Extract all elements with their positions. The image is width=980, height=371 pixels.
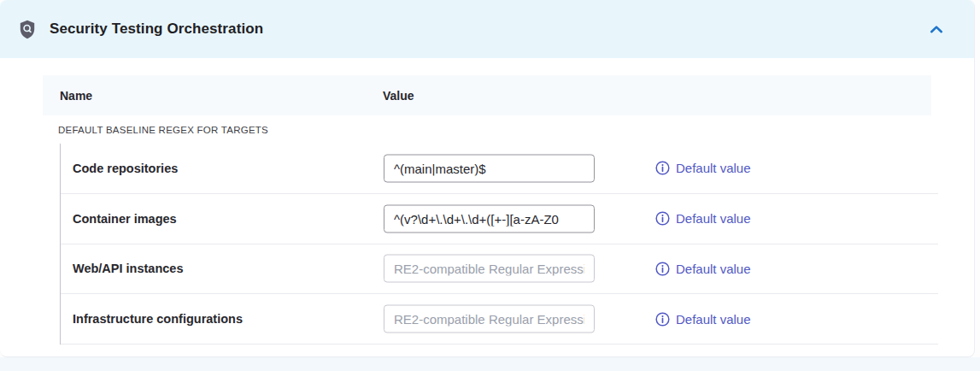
- container-images-regex-input[interactable]: [384, 204, 595, 233]
- info-circle-icon: [655, 161, 670, 175]
- row-label: Container images: [73, 212, 177, 226]
- infrastructure-configurations-regex-input[interactable]: [384, 305, 595, 333]
- info-circle-icon: [655, 262, 670, 276]
- row-label: Web/API instances: [73, 262, 183, 275]
- regex-rows-group: Code repositories Default value Containe…: [60, 144, 938, 344]
- security-settings-screen: Security Testing Orchestration Name Valu…: [0, 0, 980, 371]
- default-value-label: Default value: [676, 262, 751, 276]
- panel-header-security-testing-orchestration[interactable]: Security Testing Orchestration: [0, 0, 974, 58]
- default-value-link[interactable]: Default value: [655, 312, 751, 327]
- shield-search-icon: [19, 20, 36, 39]
- default-value-link[interactable]: Default value: [655, 262, 751, 276]
- panel-title: Security Testing Orchestration: [50, 21, 263, 38]
- default-value-link[interactable]: Default value: [655, 161, 751, 175]
- info-circle-icon: [655, 211, 670, 226]
- default-value-label: Default value: [676, 312, 751, 327]
- code-repositories-regex-input[interactable]: [384, 154, 595, 182]
- row-label: Code repositories: [73, 162, 178, 175]
- column-header-name: Name: [60, 89, 92, 103]
- web-api-instances-regex-input[interactable]: [384, 255, 595, 283]
- column-header-value: Value: [383, 89, 414, 103]
- default-value-label: Default value: [676, 211, 751, 226]
- chevron-up-icon: [930, 25, 943, 34]
- row-label: Infrastructure configurations: [73, 312, 243, 326]
- default-value-label: Default value: [676, 161, 751, 175]
- page-background: [0, 357, 980, 371]
- table-row-code-repositories: Code repositories Default value: [61, 144, 938, 194]
- table-row-container-images: Container images Default value: [61, 194, 938, 244]
- section-label-default-baseline-regex: DEFAULT BASELINE REGEX FOR TARGETS: [58, 125, 268, 135]
- settings-card: Security Testing Orchestration Name Valu…: [0, 0, 975, 357]
- table-row-web-api-instances: Web/API instances Default value: [61, 244, 938, 295]
- table-header-row: Name Value: [43, 75, 931, 115]
- collapse-panel-button[interactable]: [924, 17, 948, 41]
- default-value-link[interactable]: Default value: [655, 211, 751, 226]
- table-row-infrastructure-configurations: Infrastructure configurations Default va…: [61, 294, 938, 344]
- info-circle-icon: [655, 312, 670, 327]
